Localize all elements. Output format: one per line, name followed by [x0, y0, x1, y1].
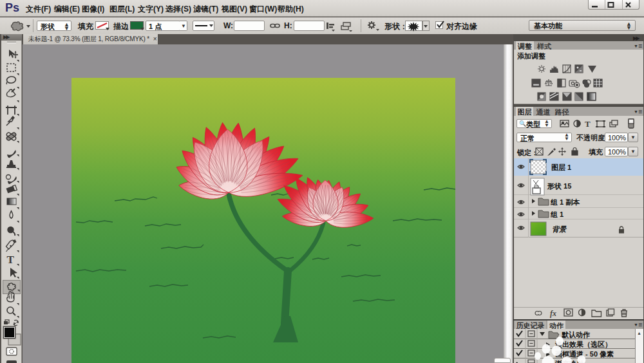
svg-text:T: T: [585, 119, 591, 129]
svg-text:T: T: [7, 254, 15, 266]
svg-text:fx: fx: [550, 309, 556, 318]
